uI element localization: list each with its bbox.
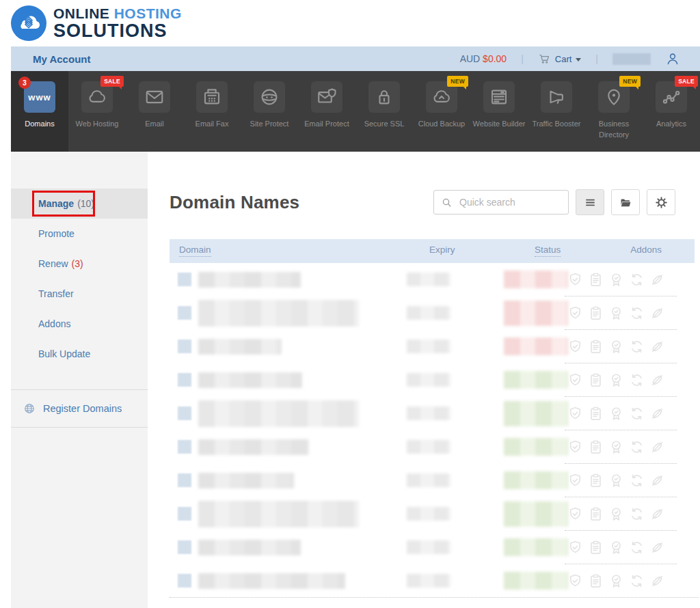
refresh-icon[interactable] [629, 338, 645, 358]
refresh-icon[interactable] [629, 271, 645, 291]
nav-item-cloud-backup[interactable]: NEWCloud Backup [413, 71, 470, 152]
row-select-redacted[interactable] [178, 273, 191, 286]
clipboard-icon[interactable] [588, 506, 604, 525]
clipboard-icon[interactable] [588, 305, 604, 324]
refresh-icon[interactable] [629, 439, 645, 458]
clipboard-icon[interactable] [588, 539, 604, 559]
award-badge-icon[interactable] [608, 439, 624, 458]
nav-item-email[interactable]: Email [126, 71, 183, 152]
disabled-icon[interactable] [649, 372, 665, 391]
nav-item-web-hosting[interactable]: SALEWeb Hosting [68, 71, 126, 152]
nav-item-website-builder[interactable]: Website Builder [470, 71, 528, 152]
table-row[interactable] [170, 397, 695, 430]
award-badge-icon[interactable] [608, 506, 624, 525]
clipboard-icon[interactable] [588, 338, 604, 358]
list-view-button[interactable] [576, 189, 604, 215]
content-header: Domain Names [170, 189, 675, 216]
award-badge-icon[interactable] [608, 305, 624, 324]
table-row[interactable] [170, 497, 695, 531]
brand-cloud-logo-icon[interactable] [11, 5, 46, 41]
settings-button[interactable] [647, 189, 675, 215]
nav-item-email-protect[interactable]: Email Protect [298, 71, 355, 152]
sidebar-item-promote[interactable]: Promote [11, 219, 148, 249]
refresh-icon[interactable] [629, 472, 645, 492]
shield-check-icon[interactable] [567, 572, 583, 592]
table-row[interactable] [170, 464, 695, 497]
disabled-icon[interactable] [649, 506, 665, 525]
column-header-domain[interactable]: Domain [179, 245, 211, 257]
nav-item-traffic-booster[interactable]: Traffic Booster [528, 71, 585, 152]
nav-item-domains[interactable]: 3wwwDomains [11, 71, 68, 152]
award-badge-icon[interactable] [608, 405, 624, 425]
clipboard-icon[interactable] [588, 405, 604, 425]
award-badge-icon[interactable] [608, 338, 624, 358]
award-badge-icon[interactable] [608, 472, 624, 492]
refresh-icon[interactable] [629, 305, 645, 324]
sidebar-item-register-domains[interactable]: Register Domains [11, 390, 148, 427]
shield-check-icon[interactable] [567, 506, 583, 525]
nav-item-analytics[interactable]: SALEAnalytics [643, 71, 700, 152]
folders-button[interactable] [611, 189, 640, 215]
table-row[interactable] [170, 296, 695, 330]
clipboard-icon[interactable] [588, 472, 604, 492]
row-select-redacted[interactable] [178, 373, 191, 387]
shield-check-icon[interactable] [567, 305, 583, 324]
shield-check-icon[interactable] [567, 372, 583, 391]
sidebar-item-renew[interactable]: Renew(3) [11, 249, 148, 279]
nav-item-site-protect[interactable]: Site Protect [241, 71, 298, 152]
row-select-redacted[interactable] [178, 306, 191, 320]
award-badge-icon[interactable] [608, 271, 624, 291]
sidebar-item-manage[interactable]: Manage(10) [11, 189, 148, 219]
table-row[interactable] [170, 330, 695, 363]
refresh-icon[interactable] [629, 506, 645, 525]
award-badge-icon[interactable] [608, 539, 624, 559]
refresh-icon[interactable] [629, 405, 645, 425]
table-row[interactable] [170, 564, 695, 598]
shield-check-icon[interactable] [567, 271, 583, 291]
row-select-redacted[interactable] [178, 340, 191, 353]
account-balance[interactable]: AUD $0.00 [460, 53, 507, 64]
sidebar-item-bulk-update[interactable]: Bulk Update [11, 339, 148, 369]
disabled-icon[interactable] [649, 472, 665, 492]
disabled-icon[interactable] [649, 271, 665, 291]
table-row[interactable] [170, 363, 695, 397]
table-row[interactable] [170, 531, 695, 564]
disabled-icon[interactable] [649, 572, 665, 592]
clipboard-icon[interactable] [588, 572, 604, 592]
sidebar-item-transfer[interactable]: Transfer [11, 279, 148, 309]
shield-check-icon[interactable] [567, 338, 583, 358]
row-select-redacted[interactable] [178, 574, 191, 588]
award-badge-icon[interactable] [608, 372, 624, 391]
row-select-redacted[interactable] [178, 406, 191, 420]
column-header-status[interactable]: Status [535, 245, 561, 257]
disabled-icon[interactable] [649, 305, 665, 324]
disabled-icon[interactable] [649, 539, 665, 559]
cart-button[interactable]: Cart [538, 53, 582, 66]
disabled-icon[interactable] [649, 338, 665, 358]
row-select-redacted[interactable] [178, 507, 191, 521]
shield-check-icon[interactable] [567, 405, 583, 425]
sidebar-item-addons[interactable]: Addons [11, 309, 148, 339]
disabled-icon[interactable] [649, 439, 665, 458]
disabled-icon[interactable] [649, 405, 665, 425]
table-row[interactable] [170, 263, 695, 296]
table-row[interactable] [170, 430, 695, 464]
refresh-icon[interactable] [629, 372, 645, 391]
search-input[interactable] [458, 196, 561, 208]
clipboard-icon[interactable] [588, 271, 604, 291]
refresh-icon[interactable] [629, 539, 645, 559]
shield-check-icon[interactable] [567, 439, 583, 458]
nav-item-business-directory[interactable]: NEWBusiness Directory [585, 71, 643, 152]
award-badge-icon[interactable] [608, 572, 624, 592]
row-select-redacted[interactable] [178, 540, 191, 554]
row-select-redacted[interactable] [178, 440, 191, 454]
user-icon[interactable] [665, 51, 680, 66]
clipboard-icon[interactable] [588, 372, 604, 391]
nav-item-secure-ssl[interactable]: Secure SSL [355, 71, 413, 152]
row-select-redacted[interactable] [178, 473, 191, 487]
refresh-icon[interactable] [629, 572, 645, 592]
nav-item-email-fax[interactable]: Email Fax [183, 71, 241, 152]
clipboard-icon[interactable] [588, 439, 604, 458]
shield-check-icon[interactable] [567, 472, 583, 492]
shield-check-icon[interactable] [567, 539, 583, 559]
